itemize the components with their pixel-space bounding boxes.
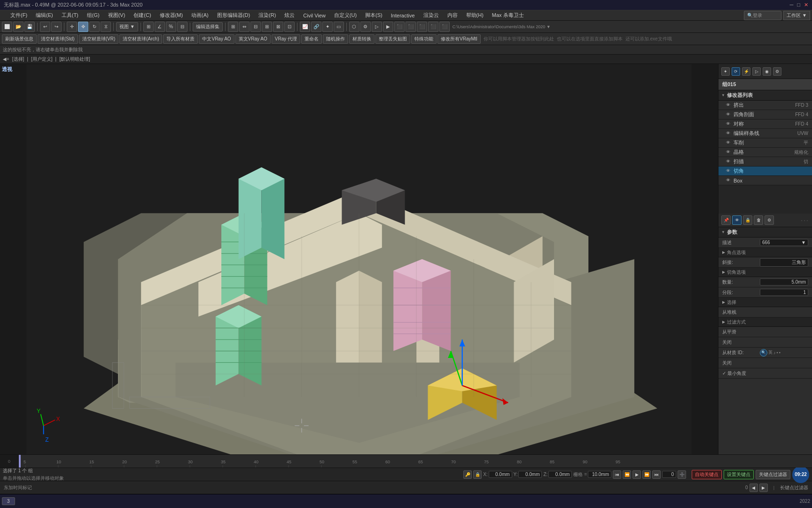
mod-eye-sweep[interactable]: 👁 xyxy=(726,159,732,165)
x-value[interactable]: 0.0mm xyxy=(489,471,512,478)
render-setup-btn[interactable]: ⚙ xyxy=(360,22,371,32)
undo-btn[interactable]: ↩ xyxy=(40,22,50,32)
align2-btn[interactable]: ⊞ xyxy=(262,22,272,32)
window-maximize[interactable]: □ xyxy=(797,2,800,8)
mod-config-btn[interactable]: ⚙ xyxy=(765,215,774,225)
special-func-btn[interactable]: 特殊功能 xyxy=(411,34,437,44)
align3-btn[interactable]: ⊠ xyxy=(273,22,283,32)
corner-options-header[interactable]: 角点选项 xyxy=(718,248,812,257)
window-minimize[interactable]: ─ xyxy=(790,2,794,8)
menu-view[interactable]: 视图(V) xyxy=(104,11,129,20)
curve-btn[interactable]: 📈 xyxy=(300,22,310,32)
mod-pin-btn[interactable]: 📌 xyxy=(721,215,731,225)
mod-eye-lattice[interactable]: 👁 xyxy=(726,150,732,155)
particle-btn[interactable]: ✦ xyxy=(322,22,333,32)
nav-back[interactable]: ◀+ xyxy=(3,56,9,62)
timeline-bar[interactable]: 0 5 10 15 20 25 30 35 40 45 50 55 60 65 … xyxy=(0,454,812,468)
mirror-btn[interactable]: ⇔ xyxy=(239,22,250,32)
next-frame-btn[interactable]: ⏩ xyxy=(642,470,651,479)
clear-std-btn[interactable]: 清空材质球(Std) xyxy=(38,34,78,44)
rotate-btn[interactable]: ↻ xyxy=(89,22,100,32)
menu-cloud[interactable]: 炫云 xyxy=(281,11,298,20)
param-segs-value[interactable]: 1 xyxy=(760,289,808,296)
redo-btn[interactable]: ↪ xyxy=(51,22,62,32)
key-filter-btn[interactable]: 关键点过滤器 xyxy=(756,470,790,479)
mod-eye-extrude[interactable]: 👁 xyxy=(726,103,732,108)
move-btn[interactable]: ✥ xyxy=(78,22,88,32)
render-btn[interactable]: ▷ xyxy=(372,22,382,32)
modifier-lathe[interactable]: 👁 车削 平 xyxy=(718,138,812,148)
menu-graph[interactable]: 图形编辑器(D) xyxy=(213,11,254,20)
rp-utilities-icon[interactable]: ⚙ xyxy=(773,67,781,76)
render2-btn[interactable]: ▶ xyxy=(383,22,393,32)
menu-render[interactable]: 渲染(R) xyxy=(255,11,280,20)
refresh-scene-btn[interactable]: 刷新场景信息 xyxy=(2,34,37,44)
open-btn[interactable]: 📂 xyxy=(13,22,23,32)
named-sel[interactable]: 编辑选择集 xyxy=(193,22,223,32)
play-btn[interactable]: ▶ xyxy=(632,470,641,479)
render4-btn[interactable]: ⬛ xyxy=(406,22,416,32)
key-btn[interactable]: 🔑 xyxy=(463,470,472,479)
frame-down-btn[interactable]: ◀ xyxy=(750,484,758,492)
set-key-btn[interactable]: 设置关键点 xyxy=(724,470,754,479)
mod-eye-chamfer[interactable]: 👁 xyxy=(726,168,732,174)
frame-input[interactable]: 0 xyxy=(662,471,676,478)
rp-create-icon[interactable]: ✦ xyxy=(721,67,730,76)
go-end-btn[interactable]: ⏭ xyxy=(652,470,661,479)
vray-proxy-btn[interactable]: VRay 代理 xyxy=(272,34,300,44)
menu-civil[interactable]: Civil View xyxy=(299,12,329,19)
mod-eye-sym[interactable]: 👁 xyxy=(726,121,732,127)
modifier-list-header[interactable]: 修改器列表 xyxy=(718,90,812,101)
render5-btn[interactable]: ⬛ xyxy=(417,22,427,32)
matid-search-icon[interactable]: 🔍 xyxy=(760,349,767,357)
fix-missing-btn[interactable]: 整理丢失贴图 xyxy=(375,34,410,44)
menu-rendercloud[interactable]: 渲染云 xyxy=(420,11,443,20)
mat-convert-btn[interactable]: 材质转换 xyxy=(349,34,375,44)
menu-create[interactable]: 创建(C) xyxy=(130,11,155,20)
align-btn[interactable]: ⊟ xyxy=(250,22,261,32)
right-scroll[interactable]: 修改器列表 👁 挤出 FFD 3 👁 四角剖面 FFD 4 👁 对称 FFD 4… xyxy=(718,90,812,454)
view-dropdown[interactable]: 视图 ▼ xyxy=(116,22,138,32)
mod-lock-btn[interactable]: 🔒 xyxy=(743,215,752,225)
modifier-chamfer[interactable]: 👁 切角 xyxy=(718,167,812,176)
param-amount-value[interactable]: 5.0mm xyxy=(760,278,808,286)
z-value[interactable]: 0.0mm xyxy=(548,471,572,478)
render6-btn[interactable]: ⬛ xyxy=(428,22,438,32)
frame-up-btn[interactable]: ▶ xyxy=(759,484,768,492)
import-mat-btn[interactable]: 导入所有材质 xyxy=(163,34,198,44)
menu-group[interactable]: 组(G) xyxy=(83,11,103,20)
menu-modifier[interactable]: 修改器(M) xyxy=(156,11,187,20)
mod-eye-ffd4[interactable]: 👁 xyxy=(726,112,732,118)
select-options-header[interactable]: 选择 xyxy=(718,298,812,307)
menu-help[interactable]: 帮助(H) xyxy=(462,11,487,20)
graph-btn[interactable]: 🔗 xyxy=(311,22,321,32)
rp-hierarchy-icon[interactable]: ⚡ xyxy=(742,67,750,76)
snap-btn[interactable]: ⊞ xyxy=(143,22,154,32)
modifier-ffd4-corner[interactable]: 👁 四角剖面 FFD 4 xyxy=(718,110,812,119)
modifier-box[interactable]: 👁 Box xyxy=(718,176,812,185)
menu-script[interactable]: 脚本(S) xyxy=(361,11,386,20)
auto-key-btn[interactable]: 自动关键点 xyxy=(692,470,722,479)
modifier-lattice[interactable]: 👁 晶格 规格化 xyxy=(718,148,812,157)
angle-snap-btn[interactable]: ∠ xyxy=(155,22,165,32)
viewport[interactable]: X Y Z 透视 xyxy=(0,64,718,454)
clear-vr-btn[interactable]: 清空材质球(VR) xyxy=(79,34,119,44)
mod-eye-spline[interactable]: 👁 xyxy=(726,131,732,136)
menu-tools[interactable]: 工具(T) xyxy=(58,11,82,20)
param-desc-dropdown[interactable]: 666 ▼ xyxy=(760,239,808,246)
percent-snap-btn[interactable]: % xyxy=(166,22,176,32)
scale-btn[interactable]: ⧖ xyxy=(101,22,111,32)
search-box[interactable]: 🔍登录 xyxy=(744,11,781,20)
menu-edit[interactable]: 编辑(E) xyxy=(32,11,57,20)
mod-eye-box[interactable]: 👁 xyxy=(726,178,732,183)
render7-btn[interactable]: ⬛ xyxy=(439,22,450,32)
prev-frame-btn[interactable]: ⏪ xyxy=(623,470,631,479)
en-vray-ao-btn[interactable]: 英文VRay AO xyxy=(235,34,271,44)
modifier-edit-spline[interactable]: 👁 编辑样条线 UVW xyxy=(718,129,812,138)
new-btn[interactable]: ⬜ xyxy=(2,22,12,32)
material-btn[interactable]: ⬡ xyxy=(349,22,359,32)
cn-vray-ao-btn[interactable]: 中文VRay AO xyxy=(199,34,234,44)
timeline-ruler[interactable]: 5 10 15 20 25 30 35 40 45 50 55 60 65 70… xyxy=(19,455,812,468)
rp-display-icon[interactable]: ◉ xyxy=(763,67,771,76)
modify-vray-btn[interactable]: 修改所有VRayMtl xyxy=(437,34,481,44)
